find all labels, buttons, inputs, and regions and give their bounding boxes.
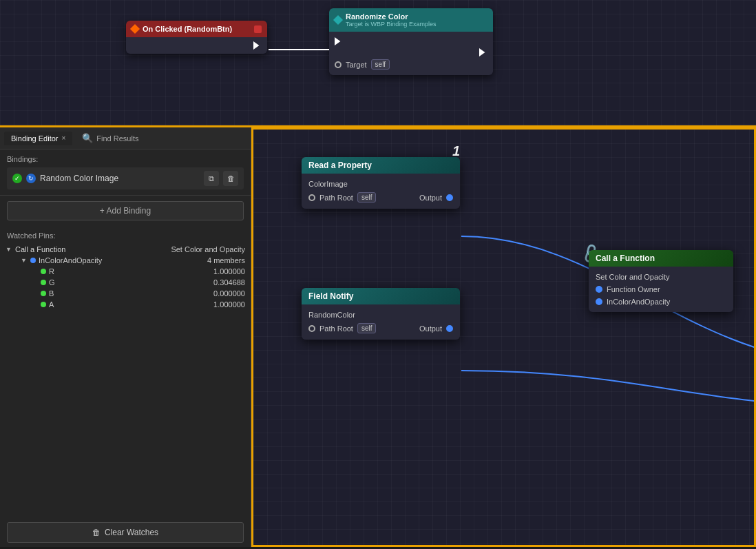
diamond-icon	[130, 24, 140, 34]
event-node-on-clicked[interactable]: On Clicked (RandomBtn)	[126, 21, 267, 54]
call-function-node[interactable]: Call a Function Set Color and Opacity Fu…	[589, 250, 733, 312]
blueprint-top-area: On Clicked (RandomBtn) Randomize Color T…	[0, 0, 756, 127]
field-path-root-pin[interactable]	[308, 325, 315, 332]
pin-dot-b-icon	[41, 291, 46, 296]
call-function-header: Call a Function	[589, 250, 733, 267]
item-g-name: G	[49, 278, 211, 287]
watched-pins-section: Watched Pins: ▼ Call a Function Set Colo…	[0, 226, 251, 518]
field-notify-header: Field Notify	[302, 288, 460, 304]
event-node-body	[126, 37, 267, 54]
bindings-label: Bindings:	[7, 155, 244, 163]
search-icon: 🔍	[82, 133, 93, 143]
item-r-name: R	[49, 267, 211, 276]
output-pin[interactable]	[446, 194, 453, 201]
item-a-name: A	[49, 300, 211, 309]
tab-close-icon[interactable]: ×	[62, 134, 66, 142]
set-color-label: Set Color and Opacity	[596, 273, 670, 281]
bindings-section: Bindings: ✓ ↻ Random Color Image ⧉ 🗑	[0, 149, 251, 196]
binding-status-icon: ✓	[12, 174, 22, 183]
tab-binding-editor[interactable]: Binding Editor ×	[4, 132, 72, 145]
caret-down-sub-icon: ▼	[21, 257, 28, 264]
random-color-label: RandomColor	[308, 311, 355, 319]
exec-out-row	[335, 47, 487, 58]
binding-delete-button[interactable]: 🗑	[223, 171, 238, 186]
item-r-value: 1.000000	[213, 267, 245, 276]
pin-dot-r-icon	[41, 269, 46, 274]
main-canvas: Read a Property 1 ColorImage Path Root s…	[251, 127, 756, 547]
add-binding-button[interactable]: + Add Binding	[7, 201, 244, 220]
watch-item-g: G 0.304688	[0, 277, 251, 288]
event-node-title: On Clicked (RandomBtn)	[143, 25, 232, 33]
item-g-value: 0.304688	[213, 278, 245, 287]
item-b-value: 0.000000	[213, 289, 245, 298]
function-owner-label: Function Owner	[607, 285, 660, 293]
teal-diamond-icon	[333, 15, 343, 25]
binding-editor-tab-label: Binding Editor	[11, 134, 59, 143]
watch-group-main-value: Set Color and Opacity	[171, 245, 245, 253]
target-label: Target	[346, 61, 367, 69]
read-property-node[interactable]: Read a Property 1 ColorImage Path Root s…	[302, 157, 460, 209]
close-icon[interactable]	[254, 25, 262, 33]
binding-type-icon: ↻	[26, 174, 36, 183]
watch-item-r: R 1.000000	[0, 266, 251, 277]
function-owner-row: Function Owner	[589, 283, 733, 296]
set-color-row: Set Color and Opacity	[589, 271, 733, 283]
path-root-pin[interactable]	[308, 194, 315, 201]
self-badge-field: self	[357, 323, 377, 333]
read-property-title: Read a Property	[308, 160, 372, 170]
output-label: Output	[419, 194, 442, 202]
path-root-label: Path Root	[319, 194, 353, 202]
exec-in-pin[interactable]	[335, 37, 343, 45]
color-image-label: ColorImage	[308, 180, 348, 188]
randomize-node-title-group: Randomize Color Target is WBP Binding Ex…	[346, 12, 436, 28]
event-node-header: On Clicked (RandomBtn)	[126, 21, 267, 37]
sidebar: Binding Editor × 🔍 Find Results Bindings…	[0, 127, 251, 547]
caret-down-icon: ▼	[6, 246, 12, 253]
field-output-label: Output	[419, 324, 442, 333]
trash-icon: 🗑	[92, 528, 101, 537]
tabs-bar: Binding Editor × 🔍 Find Results	[0, 127, 251, 149]
bottom-area: Binding Editor × 🔍 Find Results Bindings…	[0, 127, 756, 547]
field-output-pin[interactable]	[446, 325, 453, 332]
binding-copy-button[interactable]: ⧉	[204, 171, 219, 186]
self-badge: self	[371, 59, 390, 70]
exec-in-row	[335, 36, 487, 47]
clear-watches-label: Clear Watches	[105, 528, 158, 537]
call-function-body: Set Color and Opacity Function Owner InC…	[589, 267, 733, 312]
exec-out-pin[interactable]	[253, 41, 262, 50]
clear-watches-button[interactable]: 🗑 Clear Watches	[7, 522, 244, 543]
in-color-label: InColorAndOpacity	[607, 298, 670, 306]
item-b-name: B	[49, 289, 211, 298]
function-owner-pin[interactable]	[596, 286, 602, 293]
watch-sub-group-row[interactable]: ▼ InColorAndOpacity 4 members	[0, 255, 251, 266]
call-function-title: Call a Function	[596, 253, 655, 263]
watch-item-b: B 0.000000	[0, 288, 251, 299]
watch-group-call-function: ▼ Call a Function Set Color and Opacity …	[0, 244, 251, 310]
in-color-pin[interactable]	[596, 298, 602, 305]
exec-out-pin-rand[interactable]	[479, 48, 487, 56]
find-results-tab-label: Find Results	[96, 134, 138, 143]
watch-group-main-row[interactable]: ▼ Call a Function Set Color and Opacity	[0, 244, 251, 255]
in-color-row: InColorAndOpacity	[589, 296, 733, 308]
randomize-node-body: Target self	[329, 32, 493, 75]
in-color-sub-value: 4 members	[207, 256, 245, 265]
binding-name: Random Color Image	[40, 174, 200, 183]
field-path-root-row: Path Root self Output	[302, 321, 460, 335]
randomize-node-subtitle: Target is WBP Binding Examples	[346, 21, 436, 28]
binding-actions: ⧉ 🗑	[204, 171, 238, 186]
target-pin[interactable]	[335, 61, 342, 68]
binding-item[interactable]: ✓ ↻ Random Color Image ⧉ 🗑	[7, 167, 244, 189]
random-color-row: RandomColor	[302, 309, 460, 321]
read-property-body: ColorImage Path Root self Output	[302, 174, 460, 209]
field-notify-node[interactable]: Field Notify RandomColor Path Root self …	[302, 288, 460, 340]
pin-dot-a-icon	[41, 302, 46, 307]
tab-find-results[interactable]: 🔍 Find Results	[75, 130, 145, 146]
target-row: Target self	[335, 58, 487, 71]
item-a-value: 1.000000	[213, 300, 245, 309]
watch-group-main-name: Call a Function	[15, 245, 168, 253]
node-number-1: 1	[452, 143, 460, 159]
field-notify-body: RandomColor Path Root self Output	[302, 304, 460, 340]
randomize-node-title: Randomize Color	[346, 12, 436, 21]
randomize-color-node[interactable]: Randomize Color Target is WBP Binding Ex…	[329, 8, 493, 75]
watched-pins-label: Watched Pins:	[0, 229, 251, 244]
